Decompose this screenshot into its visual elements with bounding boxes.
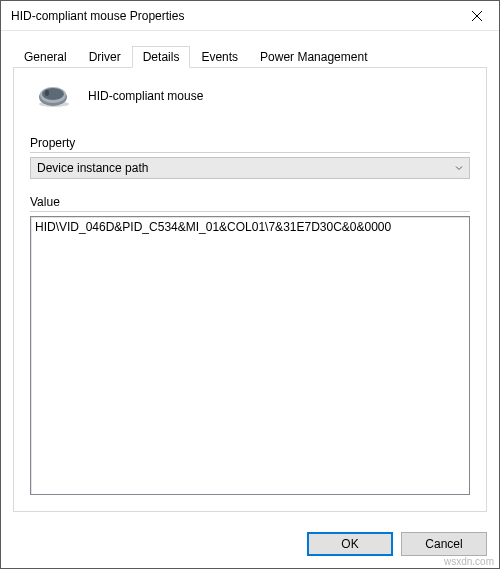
dialog-button-row: OK Cancel (1, 522, 499, 568)
close-icon (472, 11, 482, 21)
mouse-icon (36, 84, 70, 108)
value-listbox[interactable]: HID\VID_046D&PID_C534&MI_01&COL01\7&31E7… (30, 216, 470, 495)
property-label: Property (30, 136, 470, 153)
close-button[interactable] (454, 1, 499, 30)
device-header: HID-compliant mouse (30, 84, 470, 108)
tab-events[interactable]: Events (190, 46, 249, 67)
tab-details[interactable]: Details (132, 46, 191, 68)
watermark: wsxdn.com (444, 556, 494, 567)
cancel-button[interactable]: Cancel (401, 532, 487, 556)
ok-button[interactable]: OK (307, 532, 393, 556)
tab-power-management[interactable]: Power Management (249, 46, 378, 67)
value-label: Value (30, 195, 470, 212)
dropdown-selected: Device instance path (37, 161, 148, 175)
tab-driver[interactable]: Driver (78, 46, 132, 67)
chevron-down-icon (455, 164, 463, 172)
svg-point-6 (45, 90, 49, 96)
tab-bar: General Driver Details Events Power Mana… (13, 45, 487, 67)
tab-general[interactable]: General (13, 46, 78, 67)
window-title: HID-compliant mouse Properties (11, 9, 454, 23)
device-name-label: HID-compliant mouse (88, 89, 203, 103)
details-panel: HID-compliant mouse Property Device inst… (13, 67, 487, 512)
titlebar: HID-compliant mouse Properties (1, 1, 499, 31)
property-dropdown[interactable]: Device instance path (30, 157, 470, 179)
content-area: General Driver Details Events Power Mana… (1, 31, 499, 522)
value-item[interactable]: HID\VID_046D&PID_C534&MI_01&COL01\7&31E7… (35, 220, 465, 236)
properties-dialog: HID-compliant mouse Properties General D… (0, 0, 500, 569)
